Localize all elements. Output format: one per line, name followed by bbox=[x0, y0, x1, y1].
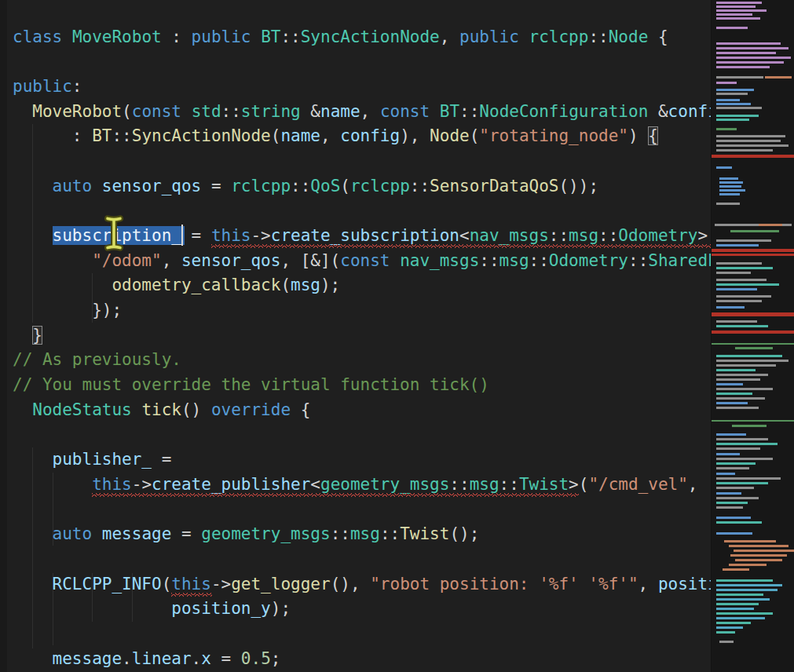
minimap-line bbox=[716, 149, 773, 152]
code-token: override bbox=[211, 400, 291, 419]
code-token bbox=[430, 102, 440, 121]
code-line-25[interactable] bbox=[13, 622, 711, 647]
minimap-line bbox=[716, 467, 749, 469]
code-token: string bbox=[241, 102, 301, 121]
code-token: rclcpp bbox=[350, 177, 410, 195]
minimap-line bbox=[716, 407, 759, 409]
code-line-13[interactable]: } bbox=[13, 323, 711, 349]
minimap-line bbox=[716, 89, 754, 91]
code-token: (), bbox=[331, 575, 371, 593]
code-line-17[interactable] bbox=[13, 423, 711, 448]
minimap-line bbox=[716, 244, 759, 247]
code-token: rclcpp bbox=[231, 177, 291, 195]
code-line-5[interactable]: : BT::SyncActionNode(name, config), Node… bbox=[13, 124, 711, 149]
minimap-line bbox=[716, 608, 754, 610]
minimap-line bbox=[716, 487, 754, 489]
ibeam-cursor bbox=[101, 215, 127, 251]
minimap-line bbox=[716, 397, 765, 400]
code-token: : bbox=[72, 77, 82, 96]
code-token: >( bbox=[697, 226, 711, 245]
code-line-26[interactable]: message.linear.x = 0.5; bbox=[13, 647, 711, 672]
code-token: }); bbox=[13, 301, 122, 320]
code-token: const bbox=[380, 102, 430, 121]
code-editor[interactable]: class MoveRobot : public BT::SyncActionN… bbox=[0, 0, 794, 672]
code-token: :: bbox=[459, 102, 479, 121]
code-token: = bbox=[201, 177, 231, 195]
code-token: = bbox=[171, 524, 201, 543]
code-line-7[interactable]: auto sensor_qos = rclcpp::QoS(rclcpp::Se… bbox=[13, 174, 711, 199]
code-line-2[interactable] bbox=[13, 49, 711, 75]
code-token: :: bbox=[280, 27, 300, 46]
minimap-line bbox=[716, 617, 765, 619]
code-line-16[interactable]: NodeStatus tick() override { bbox=[13, 398, 711, 423]
minimap-line bbox=[716, 598, 770, 601]
minimap-line bbox=[716, 144, 789, 147]
code-line-3[interactable]: public: bbox=[13, 75, 711, 100]
code-line-23[interactable]: RCLCPP_INFO(this->get_logger(), "robot p… bbox=[13, 572, 711, 597]
code-token: ( bbox=[122, 102, 132, 121]
minimap-line bbox=[716, 438, 768, 440]
code-line-14[interactable]: // As previously. bbox=[13, 348, 711, 373]
code-token: & bbox=[301, 102, 320, 121]
code-token: name bbox=[320, 102, 360, 121]
code-token: // As previously. bbox=[13, 350, 181, 369]
minimap-line bbox=[723, 568, 749, 571]
code-line-6[interactable] bbox=[13, 149, 711, 174]
code-token: msg bbox=[470, 475, 499, 494]
code-token: Node bbox=[609, 27, 649, 46]
code-token bbox=[13, 226, 53, 245]
code-area[interactable]: class MoveRobot : public BT::SyncActionN… bbox=[0, 0, 711, 672]
error-squiggle bbox=[171, 593, 212, 597]
minimap-line bbox=[716, 482, 768, 484]
minimap-line bbox=[716, 477, 781, 480]
minimap-line bbox=[712, 420, 794, 422]
minimap-line bbox=[716, 532, 752, 535]
code-token: :: bbox=[331, 524, 350, 543]
minimap[interactable] bbox=[711, 0, 794, 672]
code-line-22[interactable] bbox=[13, 547, 711, 572]
code-line-21[interactable]: auto message = geometry_msgs::msg::Twist… bbox=[13, 522, 711, 547]
code-token: SyncActionNode bbox=[301, 27, 440, 46]
code-token bbox=[13, 102, 32, 121]
minimap-line bbox=[716, 203, 740, 205]
minimap-line bbox=[716, 593, 763, 596]
code-token: ()); bbox=[558, 177, 598, 195]
code-line-24[interactable]: position_y); bbox=[13, 597, 711, 622]
code-lines[interactable]: class MoveRobot : public BT::SyncActionN… bbox=[13, 25, 711, 672]
code-token: "/odom" bbox=[92, 251, 162, 270]
code-line-4[interactable]: MoveRobot(const std::string &name, const… bbox=[13, 100, 711, 125]
minimap-line bbox=[712, 331, 794, 334]
code-token: : bbox=[162, 27, 192, 46]
code-token bbox=[13, 251, 92, 270]
minimap-line bbox=[716, 497, 759, 499]
code-token: :: bbox=[449, 475, 469, 494]
minimap-line bbox=[716, 262, 762, 265]
code-token bbox=[251, 27, 261, 46]
minimap-line bbox=[716, 239, 771, 242]
code-line-11[interactable]: odometry_callback(msg); bbox=[13, 273, 711, 298]
minimap-line bbox=[716, 369, 756, 371]
code-token: = bbox=[211, 649, 241, 668]
code-line-12[interactable]: }); bbox=[13, 298, 711, 323]
code-token: -> bbox=[211, 575, 231, 593]
code-line-10[interactable]: "/odom", sensor_qos, [&](const nav_msgs:… bbox=[13, 249, 711, 274]
code-line-15[interactable]: // You must override the virtual functio… bbox=[13, 373, 711, 398]
code-token bbox=[13, 400, 32, 419]
code-token: :: bbox=[112, 126, 131, 145]
minimap-line bbox=[716, 267, 773, 269]
code-token: >( bbox=[569, 475, 588, 494]
code-token: ); bbox=[320, 276, 340, 294]
minimap-line bbox=[759, 224, 782, 226]
minimap-line bbox=[716, 378, 760, 381]
minimap-line bbox=[716, 502, 748, 504]
minimap-line bbox=[716, 443, 778, 445]
code-line-18[interactable]: publisher_ = bbox=[13, 447, 711, 473]
minimap-line bbox=[716, 360, 789, 362]
code-line-1[interactable]: class MoveRobot : public BT::SyncActionN… bbox=[13, 25, 711, 50]
code-token: confi bbox=[668, 102, 711, 121]
code-token: ( bbox=[162, 575, 172, 593]
minimap-line bbox=[716, 47, 789, 49]
code-token bbox=[519, 27, 529, 46]
code-line-20[interactable] bbox=[13, 498, 711, 523]
minimap-line bbox=[712, 155, 794, 158]
